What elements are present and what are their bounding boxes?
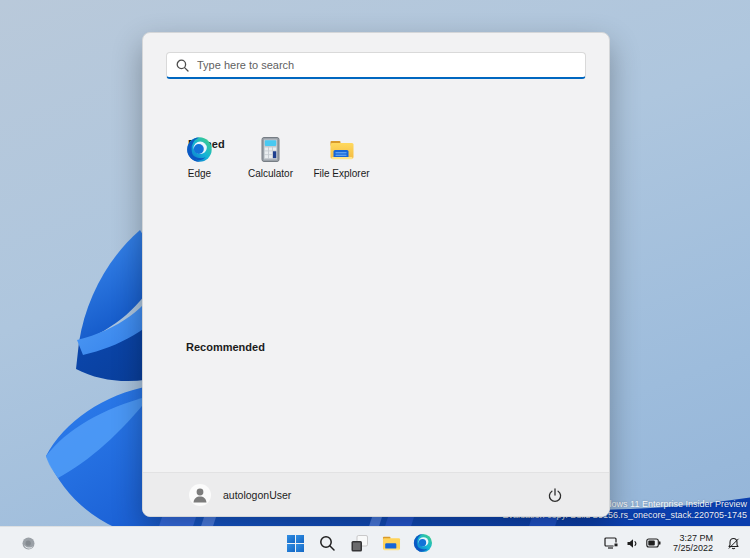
search-input[interactable]: [197, 59, 576, 71]
windows-logo-icon: [286, 534, 305, 553]
task-view-icon: [350, 534, 369, 553]
taskbar-search-button[interactable]: [315, 531, 339, 555]
taskbar-edge-button[interactable]: [411, 531, 435, 555]
user-name-label: autologonUser: [223, 489, 291, 501]
edge-icon: [186, 136, 213, 163]
widgets-button[interactable]: [16, 531, 40, 555]
search-icon: [176, 59, 189, 72]
user-avatar-icon: [189, 484, 211, 506]
desktop: Windows 11 Enterprise Insider Preview Ev…: [0, 0, 750, 558]
taskbar-search-icon: [319, 535, 336, 552]
pinned-app-grid: Edge: [164, 133, 377, 189]
start-button[interactable]: [283, 531, 307, 555]
user-account-button[interactable]: autologonUser: [189, 484, 291, 506]
pinned-app-calculator[interactable]: Calculator: [235, 133, 306, 189]
taskbar-edge-icon: [413, 533, 433, 553]
task-view-button[interactable]: [347, 531, 371, 555]
calculator-icon: [257, 136, 284, 163]
taskbar: 3:27 PM 7/25/2022: [0, 526, 750, 558]
recommended-section-label: Recommended: [186, 341, 265, 353]
search-box[interactable]: [166, 52, 586, 79]
taskbar-clock[interactable]: 3:27 PM 7/25/2022: [673, 533, 713, 554]
power-button[interactable]: [545, 485, 565, 505]
system-tray: 3:27 PM 7/25/2022: [604, 527, 750, 558]
file-explorer-icon: [328, 136, 355, 163]
battery-icon[interactable]: [646, 538, 661, 548]
volume-icon[interactable]: [626, 537, 639, 550]
pinned-app-label: File Explorer: [313, 168, 369, 179]
widgets-swirl-icon: [22, 537, 35, 550]
pinned-app-edge[interactable]: Edge: [164, 133, 235, 189]
taskbar-center-icons: [283, 527, 435, 558]
power-icon: [547, 487, 563, 503]
tray-time: 3:27 PM: [673, 533, 713, 544]
start-menu: Pinned: [142, 32, 610, 517]
tray-date: 7/25/2022: [673, 543, 713, 554]
taskbar-file-explorer-icon: [381, 533, 402, 553]
start-menu-user-bar: autologonUser: [143, 472, 609, 516]
pinned-app-label: Edge: [188, 168, 211, 179]
notification-bell-icon[interactable]: [727, 537, 740, 550]
taskbar-file-explorer-button[interactable]: [379, 531, 403, 555]
network-icon[interactable]: [604, 536, 619, 550]
pinned-app-label: Calculator: [248, 168, 293, 179]
pinned-app-file-explorer[interactable]: File Explorer: [306, 133, 377, 189]
